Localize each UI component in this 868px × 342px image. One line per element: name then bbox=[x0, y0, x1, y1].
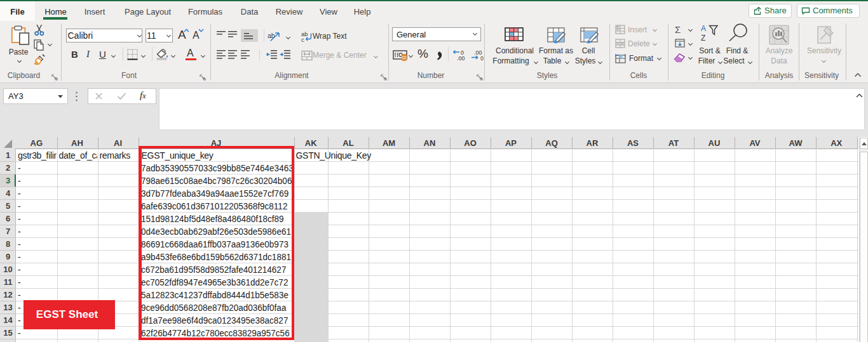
svg-text:0: 0 bbox=[480, 55, 484, 61]
svg-text:Z: Z bbox=[701, 34, 705, 42]
svg-text:.00: .00 bbox=[457, 55, 465, 61]
svg-text:c: c bbox=[301, 36, 304, 43]
svg-text:A: A bbox=[701, 24, 706, 33]
